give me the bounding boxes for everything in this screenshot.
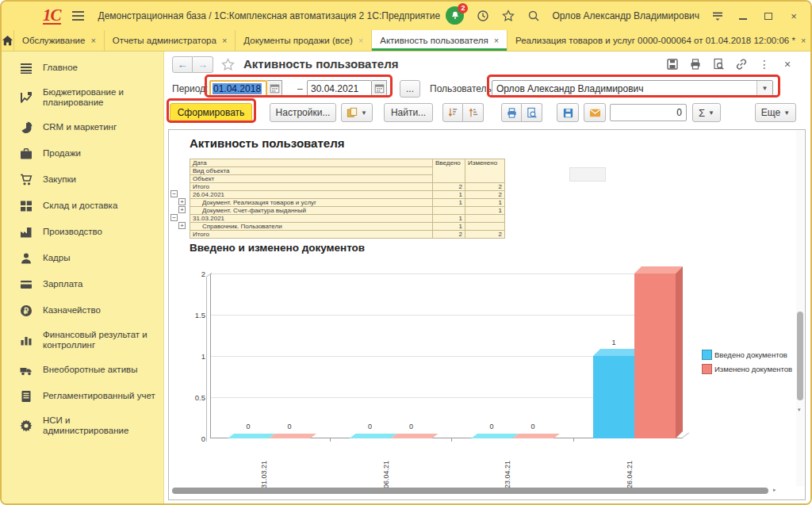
scroll-right-arrow-icon[interactable]: ▸	[773, 487, 776, 493]
table-cell-entered: 1	[433, 199, 465, 207]
sidebar-item-1[interactable]: Главное	[2, 55, 163, 81]
vertical-scrollbar-thumb[interactable]	[797, 312, 803, 400]
copy-variants-button[interactable]: ▼	[341, 103, 373, 122]
flat-zero-bar	[471, 434, 519, 438]
horizontal-scrollbar[interactable]: ▸	[170, 487, 789, 495]
current-user[interactable]: Орлов Александр Владимирович	[552, 10, 699, 21]
notifications-button[interactable]: 2	[446, 6, 465, 25]
table-cell-modified: 1	[465, 199, 505, 207]
svg-text:₽: ₽	[23, 306, 29, 315]
chart-legend: Введено документовИзменено документов	[702, 350, 792, 378]
print-button[interactable]	[501, 103, 522, 122]
sidebar-item-4[interactable]: Продажи	[2, 140, 163, 166]
chevron-down-icon[interactable]: ▼	[756, 81, 772, 96]
tab-3[interactable]: Документы продажи (все)×	[236, 30, 372, 51]
favorites-button[interactable]	[501, 9, 515, 23]
sum-button[interactable]: Σ▼	[692, 103, 721, 122]
ghost-tooltip-box	[569, 167, 606, 182]
vertical-scrollbar[interactable]: ▾	[796, 131, 804, 486]
expand-groups-button[interactable]	[463, 103, 484, 122]
sidebar-item-label: Кадры	[43, 253, 70, 263]
forward-button[interactable]: →	[193, 56, 213, 73]
horizontal-scrollbar-thumb[interactable]	[172, 488, 768, 494]
sidebar-item-6[interactable]: Склад и доставка	[2, 193, 163, 219]
sidebar-item-5[interactable]: Закупки	[2, 166, 163, 193]
tab-2[interactable]: Отчеты администратора×	[105, 30, 236, 51]
expand-plus-icon[interactable]: +	[178, 222, 186, 229]
print-preview-button[interactable]	[522, 103, 542, 122]
expand-plus-icon[interactable]: +	[178, 198, 186, 205]
find-button[interactable]: Найти...	[384, 103, 433, 122]
tab-close-icon[interactable]: ×	[358, 36, 363, 45]
expand-plus-icon[interactable]: +	[178, 206, 186, 213]
home-tab[interactable]	[2, 30, 14, 51]
y-axis-tick-label: 1.5	[190, 311, 205, 319]
calendar-icon[interactable]	[267, 80, 282, 97]
sidebar-item-13[interactable]: Регламентированный учет	[2, 383, 163, 409]
sidebar-item-3[interactable]: CRM и маркетинг	[2, 114, 163, 140]
sidebar-item-label: CRM и маркетинг	[43, 122, 117, 132]
sidebar-item-14[interactable]: НСИ и администрирование	[2, 409, 163, 442]
user-combobox[interactable]: Орлов Александр Владимирович ▼	[492, 80, 773, 97]
main-menu-button[interactable]	[710, 9, 725, 23]
flat-zero-bar	[350, 434, 397, 438]
collapse-groups-button[interactable]	[442, 103, 463, 122]
save-result-button[interactable]	[557, 103, 579, 122]
date-to-input[interactable]: 30.04.2021	[307, 80, 372, 97]
sidebar-item-7[interactable]: Производство	[2, 219, 163, 245]
sidebar-item-2[interactable]: Бюджетирование и планирование	[2, 81, 163, 114]
assets-icon	[19, 363, 33, 377]
tab-close-icon[interactable]: ×	[801, 36, 806, 45]
bar-value-label: 0	[240, 423, 256, 430]
admin-icon	[19, 419, 33, 433]
gridline	[211, 315, 683, 316]
maximize-button[interactable]	[761, 9, 776, 23]
print-icon[interactable]	[688, 57, 703, 71]
link-icon[interactable]	[734, 57, 749, 71]
tab-1[interactable]: Обслуживание×	[14, 30, 105, 51]
close-window-button[interactable]: ×	[787, 9, 801, 23]
sidebar-item-12[interactable]: Внеоборотные активы	[2, 357, 163, 383]
collapse-minus-icon[interactable]: −	[170, 190, 178, 197]
search-button[interactable]	[527, 9, 541, 23]
favorite-star-icon[interactable]	[221, 58, 235, 75]
tab-4[interactable]: Активность пользователя×	[372, 30, 508, 51]
collapse-minus-icon[interactable]: −	[170, 214, 178, 221]
sidebar-item-11[interactable]: Финансовый результат и контроллинг	[2, 323, 163, 357]
bar-value-label: 0	[282, 423, 297, 430]
report-table: ДатаВведеноИзмененоВид объектаОбъектИтог…	[190, 159, 505, 239]
preview-icon[interactable]	[711, 57, 726, 71]
period-more-button[interactable]: ...	[400, 80, 420, 98]
history-button[interactable]	[476, 9, 490, 23]
bar-value-label: 0	[362, 423, 378, 430]
close-form-icon[interactable]: ×	[780, 57, 795, 71]
tab-close-icon[interactable]: ×	[494, 36, 499, 45]
sidebar-item-label: Зарплата	[43, 279, 82, 289]
sidebar-item-10[interactable]: ₽Казначейство	[2, 297, 163, 323]
counter-field[interactable]: 0	[610, 104, 687, 121]
generate-button[interactable]: Сформировать	[170, 103, 252, 122]
sidebar-item-8[interactable]: Кадры	[2, 245, 163, 271]
sidebar-item-label: Казначейство	[43, 305, 101, 316]
scroll-down-arrow-icon[interactable]: ▾	[798, 407, 801, 413]
tab-close-icon[interactable]: ×	[90, 36, 95, 45]
table-row-label: Итого	[190, 231, 433, 239]
user-label: Пользователь:	[430, 83, 494, 94]
back-button[interactable]: ←	[172, 56, 193, 73]
mail-button[interactable]	[584, 103, 606, 122]
settings-button[interactable]: Настройки...	[270, 103, 336, 122]
more-button[interactable]: Еще▼	[755, 103, 796, 122]
calendar-icon[interactable]	[372, 80, 387, 97]
save-icon[interactable]	[665, 57, 680, 71]
date-from-input[interactable]: 01.04.2018	[209, 80, 267, 97]
filters-row: Период: 01.04.2018 – 30.04.2021 ... Поль…	[164, 77, 812, 101]
more-dots-icon[interactable]: ⋮	[757, 57, 772, 71]
hamburger-menu-icon[interactable]	[72, 11, 84, 21]
tab-5[interactable]: Реализация товаров и услуг 0000-000064 о…	[508, 30, 812, 51]
bar-value-label: 1	[606, 339, 622, 346]
sidebar-item-9[interactable]: Зарплата	[2, 271, 163, 297]
hr-icon	[19, 251, 33, 265]
minimize-button[interactable]	[736, 9, 750, 23]
production-icon	[19, 225, 33, 239]
tab-close-icon[interactable]: ×	[222, 36, 227, 45]
